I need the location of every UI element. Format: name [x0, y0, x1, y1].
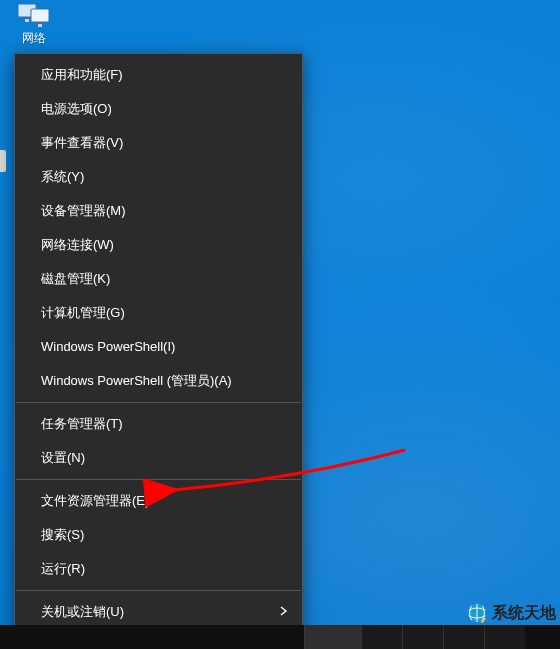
menu-item-powershell[interactable]: Windows PowerShell(I): [15, 330, 302, 364]
svg-rect-4: [25, 19, 29, 22]
menu-separator: [16, 590, 301, 591]
svg-rect-3: [36, 22, 44, 24]
watermark-text: 系统天地: [492, 603, 556, 624]
taskbar-start-edge[interactable]: [0, 625, 14, 649]
partial-desktop-icon: [0, 150, 6, 172]
menu-item-apps-features[interactable]: 应用和功能(F): [15, 58, 302, 92]
taskbar-item[interactable]: [484, 625, 525, 649]
taskbar: [0, 625, 560, 649]
svg-rect-1: [31, 9, 49, 22]
watermark: 系统天地: [466, 602, 556, 624]
menu-item-system[interactable]: 系统(Y): [15, 160, 302, 194]
menu-separator: [16, 479, 301, 480]
taskbar-item[interactable]: [443, 625, 484, 649]
menu-item-power-options[interactable]: 电源选项(O): [15, 92, 302, 126]
svg-rect-2: [23, 17, 31, 19]
taskbar-item[interactable]: [402, 625, 443, 649]
menu-item-run[interactable]: 运行(R): [15, 552, 302, 586]
network-icon: [17, 0, 51, 28]
svg-rect-5: [38, 24, 42, 27]
menu-item-network-conn[interactable]: 网络连接(W): [15, 228, 302, 262]
taskbar-search-area[interactable]: [304, 625, 361, 649]
menu-item-disk-mgmt[interactable]: 磁盘管理(K): [15, 262, 302, 296]
menu-item-task-manager[interactable]: 任务管理器(T): [15, 407, 302, 441]
menu-item-device-manager[interactable]: 设备管理器(M): [15, 194, 302, 228]
menu-item-computer-mgmt[interactable]: 计算机管理(G): [15, 296, 302, 330]
menu-item-file-explorer[interactable]: 文件资源管理器(E): [15, 484, 302, 518]
desktop-icon-network[interactable]: 网络: [6, 0, 62, 47]
menu-item-powershell-admin[interactable]: Windows PowerShell (管理员)(A): [15, 364, 302, 398]
globe-icon: [466, 602, 488, 624]
chevron-right-icon: [280, 604, 288, 620]
menu-separator: [16, 402, 301, 403]
menu-item-search[interactable]: 搜索(S): [15, 518, 302, 552]
winx-menu: 应用和功能(F) 电源选项(O) 事件查看器(V) 系统(Y) 设备管理器(M)…: [14, 53, 303, 649]
desktop-icon-label: 网络: [20, 30, 48, 47]
taskbar-item[interactable]: [361, 625, 402, 649]
menu-item-settings[interactable]: 设置(N): [15, 441, 302, 475]
desktop[interactable]: 网络 应用和功能(F) 电源选项(O) 事件查看器(V) 系统(Y) 设备管理器…: [0, 0, 560, 649]
menu-item-label: 关机或注销(U): [41, 604, 124, 619]
menu-item-shutdown-signout[interactable]: 关机或注销(U): [15, 595, 302, 629]
menu-item-event-viewer[interactable]: 事件查看器(V): [15, 126, 302, 160]
